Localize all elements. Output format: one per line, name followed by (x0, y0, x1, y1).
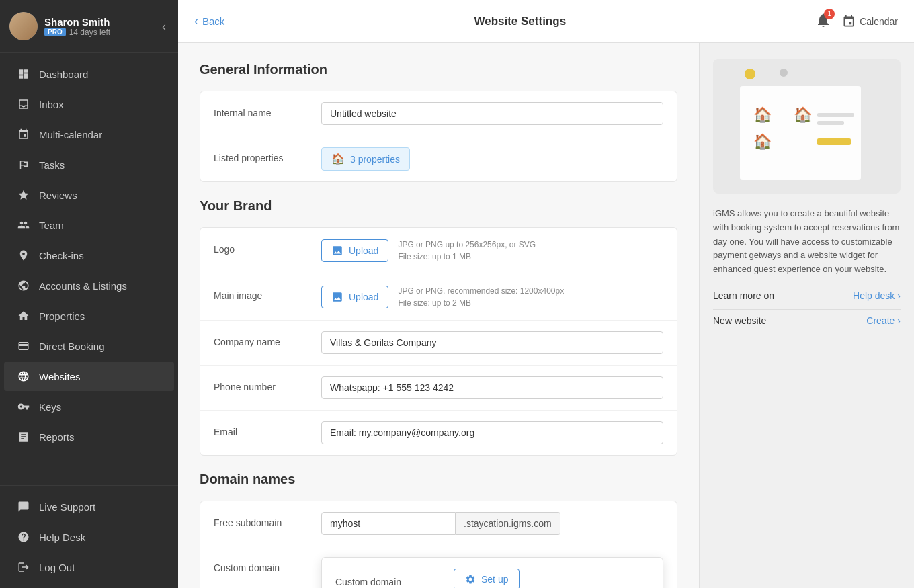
domain-input-group: .staycation.igms.com (321, 512, 663, 535)
help-desk-chevron-icon: › (897, 290, 901, 301)
sidebar-item-label: Direct Booking (39, 341, 105, 352)
sidebar-item-team[interactable]: Team (4, 210, 174, 240)
listed-properties-label: Listed properties (214, 147, 321, 163)
inbox-icon (16, 97, 31, 112)
svg-rect-8 (817, 113, 854, 117)
star-icon (16, 187, 31, 202)
logo-upload-hint: JPG or PNG up to 256x256px, or SVG File … (398, 239, 536, 263)
email-input[interactable] (321, 421, 663, 444)
sidebar-item-live-support[interactable]: Live Support (4, 492, 174, 521)
accounts-icon (16, 278, 31, 293)
logo-field: Upload JPG or PNG up to 256x256px, or SV… (321, 239, 663, 263)
sidebar-item-reviews[interactable]: Reviews (4, 180, 174, 210)
form-area: General Information Internal name Listed… (178, 43, 699, 588)
help-icon (16, 530, 31, 544)
sidebar: Sharon Smith PRO 14 days left ‹ Dashboar… (0, 0, 178, 588)
create-chevron-icon: › (897, 315, 901, 326)
logo-upload-row: Upload JPG or PNG up to 256x256px, or SV… (321, 239, 663, 263)
svg-text:🏠: 🏠 (753, 132, 772, 151)
sidebar-item-log-out[interactable]: Log Out (4, 552, 174, 582)
support-icon (16, 499, 31, 514)
collapse-sidebar-button[interactable]: ‹ (159, 17, 169, 36)
sidebar-item-inbox[interactable]: Inbox (4, 89, 174, 119)
internal-name-input[interactable] (321, 102, 663, 125)
setup-label: Set up (481, 574, 508, 585)
avatar (9, 12, 38, 40)
properties-icon (16, 308, 31, 323)
sidebar-item-label: Log Out (39, 562, 75, 573)
new-website-row: New website Create › (713, 315, 901, 326)
back-chevron-icon: ‹ (194, 14, 198, 28)
general-information-card: Internal name Listed properties 🏠 3 prop… (200, 91, 677, 182)
notification-button[interactable]: 1 (815, 12, 831, 31)
main-image-field: Upload JPG or PNG, recommended size: 120… (321, 285, 663, 309)
subdomain-input[interactable] (321, 512, 456, 535)
help-desk-label: Help desk (853, 290, 895, 301)
logo-hint-line1: JPG or PNG up to 256x256px, or SVG (398, 239, 536, 251)
logo-label: Logo (214, 239, 321, 255)
logo-row: Logo Upload JPG or PNG up to 256x256px, … (200, 228, 677, 274)
svg-point-1 (745, 69, 755, 79)
sidebar-item-label: Team (39, 220, 64, 231)
free-subdomain-label: Free subdomain (214, 512, 321, 528)
sidebar-item-label: Keys (39, 401, 61, 413)
calendar-button[interactable]: Calendar (842, 15, 898, 28)
sidebar-item-dashboard[interactable]: Dashboard (4, 59, 174, 89)
general-information-title: General Information (200, 62, 677, 77)
email-row: Email (200, 411, 677, 455)
svg-rect-7 (817, 138, 851, 145)
new-website-label: New website (713, 315, 766, 326)
sidebar-item-properties[interactable]: Properties (4, 301, 174, 331)
properties-button[interactable]: 🏠 3 properties (321, 147, 410, 171)
logo-upload-button[interactable]: Upload (321, 239, 388, 262)
listed-properties-field: 🏠 3 properties (321, 147, 663, 171)
main-image-upload-button[interactable]: Upload (321, 286, 388, 308)
create-link[interactable]: Create › (866, 315, 901, 326)
free-subdomain-field: .staycation.igms.com (321, 512, 663, 535)
custom-domain-label-inner: Custom domain (335, 571, 443, 587)
user-info: Sharon Smith PRO 14 days left (44, 16, 110, 37)
sidebar-item-tasks[interactable]: Tasks (4, 150, 174, 179)
notification-badge: 1 (824, 9, 835, 19)
learn-more-row: Learn more on Help desk › (713, 290, 901, 301)
svg-point-2 (780, 69, 788, 77)
sidebar-item-keys[interactable]: Keys (4, 392, 174, 421)
main-content: ‹ Back Website Settings 1 Calendar Gener… (178, 0, 914, 588)
create-label: Create (866, 315, 895, 326)
phone-input[interactable] (321, 376, 663, 399)
phone-field (321, 376, 663, 399)
phone-row: Phone number (200, 366, 677, 411)
topbar: ‹ Back Website Settings 1 Calendar (178, 0, 914, 43)
reports-icon (16, 429, 31, 444)
free-subdomain-row: Free subdomain .staycation.igms.com (200, 501, 677, 546)
sidebar-item-direct-booking[interactable]: Direct Booking (4, 331, 174, 361)
sidebar-item-label: Websites (39, 371, 80, 382)
help-desk-link[interactable]: Help desk › (853, 290, 901, 301)
days-left: 14 days left (69, 28, 110, 37)
sidebar-item-label: Reviews (39, 190, 77, 201)
sidebar-item-help-desk[interactable]: Help Desk (4, 522, 174, 552)
company-name-input[interactable] (321, 331, 663, 354)
sidebar-item-reports[interactable]: Reports (4, 422, 174, 452)
main-image-row: Main image Upload JPG or PNG, recommende… (200, 274, 677, 321)
sidebar-item-multi-calendar[interactable]: Multi-calendar (4, 120, 174, 149)
main-image-hint-line2: File size: up to 2 MB (398, 297, 564, 309)
keys-icon (16, 399, 31, 414)
direct-booking-icon (16, 339, 31, 353)
custom-domain-label: Custom domain (214, 557, 321, 573)
topbar-right: 1 Calendar (815, 12, 898, 31)
user-name: Sharon Smith (44, 16, 110, 28)
internal-name-label: Internal name (214, 102, 321, 118)
domain-suffix: .staycation.igms.com (456, 512, 560, 535)
sidebar-item-check-ins[interactable]: Check-ins (4, 241, 174, 270)
company-name-row: Company name (200, 321, 677, 366)
back-button[interactable]: ‹ Back (194, 14, 224, 28)
listed-properties-row: Listed properties 🏠 3 properties (200, 136, 677, 181)
sidebar-item-websites[interactable]: Websites (4, 362, 174, 391)
website-preview: 🏠 🏠 🏠 (713, 59, 901, 194)
websites-icon (16, 369, 31, 384)
sidebar-item-accounts-listings[interactable]: Accounts & Listings (4, 271, 174, 300)
right-panel: 🏠 🏠 🏠 iGMS allows you to create a beauti… (699, 43, 914, 588)
setup-button[interactable]: Set up (454, 569, 520, 588)
page-title: Website Settings (474, 15, 566, 28)
